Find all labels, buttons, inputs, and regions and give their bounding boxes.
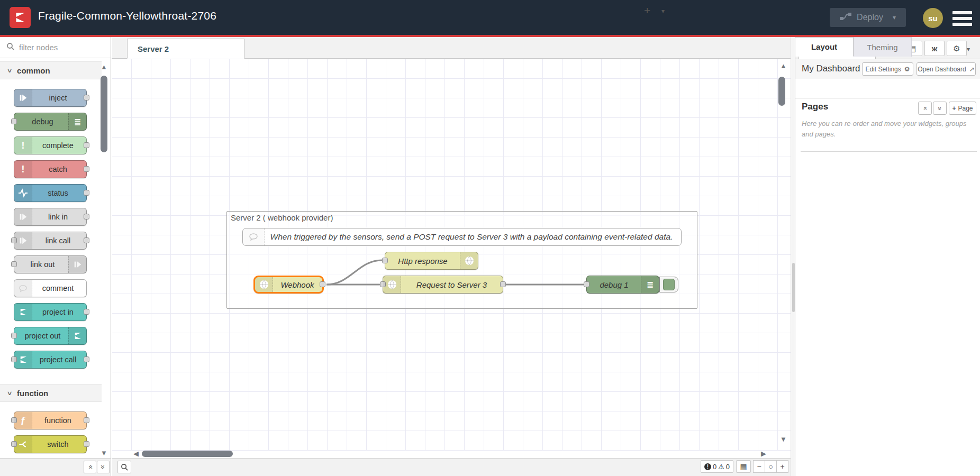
globe-icon	[255, 277, 273, 292]
map-icon: ▦	[740, 462, 747, 471]
inject-arrow-icon	[14, 89, 32, 106]
output-port	[84, 190, 89, 196]
palette-node-catch[interactable]: !catch	[14, 160, 87, 178]
header: Fragile-Common-Yellowthroat-2706 Deploy …	[0, 0, 980, 37]
pulse-icon	[14, 185, 32, 202]
collapse-all-button[interactable]: »	[84, 461, 96, 473]
output-port[interactable]	[500, 281, 506, 287]
open-dashboard-button[interactable]: Open Dashboard ↗	[917, 62, 976, 76]
palette-scroll-up-icon[interactable]: ▲	[101, 63, 107, 70]
user-avatar[interactable]: su	[923, 8, 943, 28]
zoom-out-button[interactable]: −	[753, 460, 765, 473]
deploy-button[interactable]: Deploy ▾	[830, 8, 906, 27]
sidebar-separator[interactable]	[791, 37, 795, 476]
sidebar-tabs-caret-icon[interactable]: ▾	[967, 45, 970, 53]
output-port	[84, 237, 89, 243]
debug-enable-toggle[interactable]	[659, 277, 678, 292]
chevrons-up-icon: »	[921, 106, 929, 110]
output-port	[84, 95, 89, 100]
flow-node-http-response[interactable]: Http response	[385, 252, 478, 270]
palette-node-complete[interactable]: !complete	[14, 136, 87, 154]
gear-icon: ⚙	[953, 44, 960, 53]
notifications-badge[interactable]: ! 0 ⚠ 0	[701, 460, 733, 473]
workspace-title: Fragile-Common-Yellowthroat-2706	[38, 10, 216, 22]
add-page-button[interactable]: + Page	[949, 102, 976, 115]
output-port	[84, 142, 89, 148]
chevrons-up-icon: »	[86, 465, 94, 469]
external-link-icon: ↗	[969, 66, 975, 73]
palette-category-function[interactable]: ∨function	[0, 384, 102, 402]
canvas-scroll-up-icon[interactable]: ▲	[780, 62, 787, 69]
deploy-caret-icon[interactable]: ▾	[893, 14, 896, 21]
edit-settings-button[interactable]: Edit Settings ⚙	[862, 62, 913, 76]
palette-search-input[interactable]: filter nodes	[0, 37, 111, 58]
flow-node-debug-1[interactable]: debug 1 ≣	[586, 276, 659, 294]
palette-node-debug[interactable]: ≣debug	[14, 113, 87, 131]
output-port[interactable]	[320, 281, 325, 287]
palette-node-comment[interactable]: comment	[14, 279, 87, 297]
page-move-up-button[interactable]: »	[918, 102, 932, 115]
flow-list-caret-icon[interactable]: ▾	[661, 7, 665, 15]
flow-node-request-to-server-3[interactable]: Request to Server 3	[383, 276, 503, 294]
flow-node-webhook[interactable]: Webhook	[253, 276, 324, 294]
config-tab-button[interactable]: ⚙	[947, 41, 967, 56]
search-icon	[6, 42, 15, 53]
list-lines-icon: ≣	[68, 113, 86, 130]
main-menu-button[interactable]	[952, 11, 972, 26]
debug-tab-button[interactable]: ж	[924, 41, 945, 56]
flow-node-comment[interactable]: When triggered by the sensors, send a PO…	[242, 228, 682, 246]
link-arrow-icon	[14, 232, 32, 249]
zoom-reset-button[interactable]: ○	[765, 460, 777, 473]
palette-node-link-out[interactable]: link out	[14, 255, 87, 273]
canvas-scroll-right-icon[interactable]: ▶	[761, 450, 766, 457]
node-red-logo-icon	[14, 351, 32, 368]
palette-node-switch[interactable]: switch	[14, 435, 87, 453]
output-port	[84, 417, 89, 423]
exclamation-icon: !	[14, 161, 32, 178]
chevron-down-icon: ∨	[6, 67, 12, 74]
deploy-label: Deploy	[857, 13, 883, 22]
deploy-icon	[840, 12, 851, 23]
search-icon	[121, 463, 129, 471]
palette-category-common[interactable]: ∨common	[0, 61, 102, 79]
navigator-button[interactable]: ▦	[736, 460, 751, 473]
palette-node-inject[interactable]: inject	[14, 89, 87, 107]
search-flows-button[interactable]	[117, 461, 131, 473]
tab-layout[interactable]: Layout	[795, 37, 854, 57]
palette-node-link-call[interactable]: link call	[14, 232, 87, 250]
globe-icon	[383, 276, 401, 293]
palette-node-project-in[interactable]: project in	[14, 303, 87, 321]
zoom-in-button[interactable]: +	[776, 460, 788, 473]
chevron-down-icon: ∨	[6, 390, 12, 397]
palette-search-placeholder: filter nodes	[19, 43, 58, 52]
pages-heading: Pages	[802, 102, 828, 112]
add-flow-button[interactable]: +	[644, 4, 650, 17]
canvas-scroll-down-icon[interactable]: ▼	[780, 436, 787, 443]
dashboard-title: My Dashboard	[802, 63, 860, 74]
expand-all-button[interactable]: »	[97, 461, 110, 473]
palette-node-link-in[interactable]: link in	[14, 208, 87, 226]
page-move-down-button[interactable]: »	[933, 102, 947, 115]
canvas-scroll-left-icon[interactable]: ◀	[133, 450, 139, 457]
palette-scrollbar-thumb[interactable]	[101, 76, 107, 152]
chevrons-down-icon: »	[99, 465, 107, 469]
palette-node-status[interactable]: status	[14, 184, 87, 202]
canvas-hscrollbar-thumb[interactable]	[142, 451, 233, 457]
tab-server-2[interactable]: Server 2	[127, 39, 244, 59]
switch-branch-icon	[14, 436, 32, 453]
plus-icon: +	[952, 105, 956, 112]
palette-node-function[interactable]: ƒfunction	[14, 411, 87, 429]
comment-text: When triggered by the sensors, send a PO…	[266, 228, 677, 245]
sidebar-scrollbar-thumb[interactable]	[792, 263, 795, 312]
palette-node-project-call[interactable]: project call	[14, 351, 87, 369]
canvas-vscrollbar-thumb[interactable]	[778, 77, 785, 106]
canvas-footer	[112, 458, 791, 476]
comment-bubble-icon	[243, 228, 265, 245]
output-port	[84, 309, 89, 315]
output-port	[84, 214, 89, 219]
node-red-logo-icon	[68, 327, 86, 344]
palette-node-project-out[interactable]: project out	[14, 327, 87, 345]
tab-theming[interactable]: Theming	[854, 37, 912, 57]
palette-scroll-down-icon[interactable]: ▼	[101, 450, 107, 456]
output-port	[84, 441, 89, 447]
